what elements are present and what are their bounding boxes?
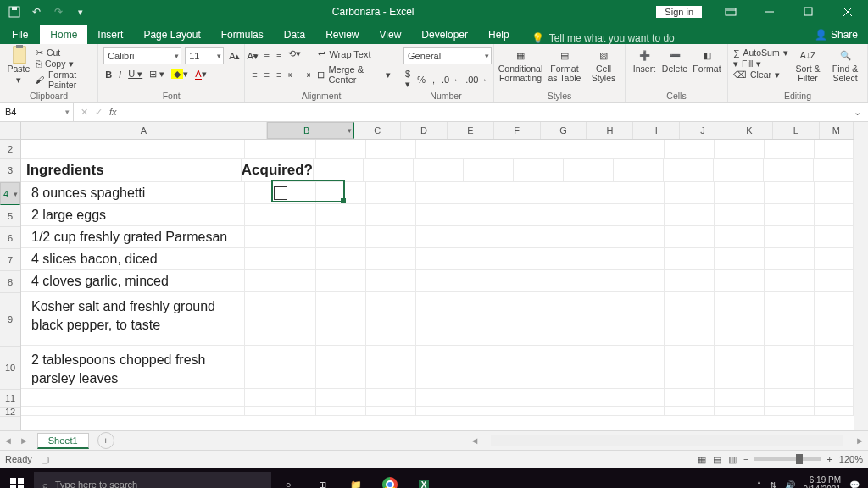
- cell-L5[interactable]: [765, 204, 815, 225]
- chrome-icon[interactable]: [373, 468, 407, 488]
- number-format-select[interactable]: General: [403, 47, 492, 64]
- qat-dropdown-icon[interactable]: ▾: [71, 3, 90, 21]
- column-header-J[interactable]: J: [680, 122, 726, 139]
- cell-G4[interactable]: [515, 182, 565, 203]
- cell-D6[interactable]: [366, 226, 416, 247]
- cell-A11[interactable]: [21, 389, 245, 406]
- cell-K6[interactable]: [715, 226, 765, 247]
- cell-H7[interactable]: [565, 248, 615, 269]
- tab-file[interactable]: File: [0, 25, 40, 44]
- cell-D8[interactable]: [366, 270, 416, 291]
- align-middle-button[interactable]: ≡: [263, 48, 271, 60]
- cell-M11[interactable]: [815, 389, 854, 406]
- cell-L2[interactable]: [765, 140, 815, 158]
- cell-C12[interactable]: [316, 407, 366, 415]
- page-break-view-icon[interactable]: ▥: [728, 454, 737, 465]
- decrease-decimal-button[interactable]: .00→: [464, 74, 489, 86]
- task-view-icon[interactable]: ⊞: [305, 468, 339, 488]
- page-layout-view-icon[interactable]: ▤: [713, 454, 721, 465]
- cell-E3[interactable]: [414, 159, 464, 181]
- cell-M5[interactable]: [815, 204, 854, 225]
- fill-color-button[interactable]: ◆▾: [170, 68, 190, 80]
- cell-F6[interactable]: [465, 226, 515, 247]
- cell-H8[interactable]: [565, 270, 615, 291]
- cell-F7[interactable]: [465, 248, 515, 269]
- conditional-formatting-button[interactable]: ▦Conditional Formatting: [499, 47, 542, 83]
- cell-C5[interactable]: [316, 204, 366, 225]
- cell-K9[interactable]: [715, 292, 765, 345]
- tab-insert[interactable]: Insert: [87, 25, 133, 44]
- cell-J6[interactable]: [665, 226, 715, 247]
- maximize-icon[interactable]: [790, 0, 827, 24]
- font-color-button[interactable]: A▾: [193, 68, 208, 80]
- format-painter-button[interactable]: 🖌Format Painter: [36, 69, 92, 90]
- decrease-indent-button[interactable]: ⇤: [287, 69, 298, 81]
- zoom-slider[interactable]: − +: [743, 454, 832, 464]
- cell-A5[interactable]: 2 large eggs: [21, 204, 245, 225]
- redo-icon[interactable]: ↷: [49, 3, 68, 21]
- column-header-C[interactable]: C: [354, 122, 401, 139]
- accounting-button[interactable]: $ ▾: [403, 68, 412, 91]
- sheet-tab[interactable]: Sheet1: [37, 433, 89, 449]
- cell-H2[interactable]: [565, 140, 615, 158]
- format-as-table-button[interactable]: ▤Format as Table: [545, 47, 584, 83]
- cell-M2[interactable]: [815, 140, 854, 158]
- font-name-select[interactable]: Calibri: [103, 47, 181, 64]
- undo-icon[interactable]: ↶: [27, 3, 46, 21]
- vertical-scrollbar[interactable]: [854, 122, 868, 430]
- cell-G7[interactable]: [515, 248, 565, 269]
- paste-button[interactable]: Paste ▾: [5, 47, 32, 85]
- row-header-10[interactable]: 10: [0, 347, 20, 390]
- hscroll-left[interactable]: ◄: [466, 435, 482, 446]
- cell-M10[interactable]: [815, 346, 854, 388]
- cell-J2[interactable]: [665, 140, 715, 158]
- cell-A7[interactable]: 4 slices bacon, diced: [21, 248, 245, 269]
- fx-icon[interactable]: fx: [109, 107, 117, 117]
- align-left-button[interactable]: ≡: [250, 69, 259, 80]
- cell-B2[interactable]: [245, 140, 316, 158]
- column-header-M[interactable]: M: [820, 122, 854, 139]
- cell-E5[interactable]: [416, 204, 466, 225]
- cell-K4[interactable]: [715, 182, 765, 203]
- minimize-icon[interactable]: [751, 0, 788, 24]
- excel-taskbar-icon[interactable]: X: [407, 468, 441, 488]
- cell-F2[interactable]: [465, 140, 515, 158]
- cell-G5[interactable]: [515, 204, 565, 225]
- cell-I5[interactable]: [615, 204, 665, 225]
- cell-K12[interactable]: [715, 407, 765, 415]
- cell-E7[interactable]: [416, 248, 466, 269]
- macro-record-icon[interactable]: ▢: [41, 454, 49, 465]
- column-header-H[interactable]: H: [587, 122, 633, 139]
- ribbon-options-icon[interactable]: [712, 0, 749, 24]
- row-header-2[interactable]: 2: [0, 140, 20, 159]
- sign-in-button[interactable]: Sign in: [656, 6, 702, 18]
- cell-E10[interactable]: [416, 346, 466, 388]
- enter-formula-icon[interactable]: ✓: [95, 107, 103, 118]
- cell-G9[interactable]: [515, 292, 565, 345]
- cell-M9[interactable]: [815, 292, 854, 345]
- cell-styles-button[interactable]: ▧Cell Styles: [587, 47, 620, 83]
- cell-J8[interactable]: [665, 270, 715, 291]
- row-header-9[interactable]: 9: [0, 293, 20, 347]
- cell-H11[interactable]: [565, 389, 615, 406]
- cell-L4[interactable]: [765, 182, 815, 203]
- cell-F9[interactable]: [465, 292, 515, 345]
- find-select-button[interactable]: 🔍Find & Select: [828, 47, 862, 83]
- tray-chevron-icon[interactable]: ˄: [757, 480, 761, 489]
- wrap-text-button[interactable]: ↩Wrap Text: [316, 47, 372, 60]
- tab-page-layout[interactable]: Page Layout: [133, 25, 210, 44]
- cell-L10[interactable]: [765, 346, 815, 388]
- cell-L7[interactable]: [765, 248, 815, 269]
- row-header-7[interactable]: 7: [0, 249, 20, 271]
- align-bottom-button[interactable]: ≡: [275, 48, 283, 60]
- cell-A2[interactable]: [21, 140, 245, 158]
- cell-I9[interactable]: [615, 292, 665, 345]
- cell-J9[interactable]: [665, 292, 715, 345]
- cell-L6[interactable]: [765, 226, 815, 247]
- expand-formula-bar-icon[interactable]: ⌄: [854, 107, 868, 118]
- cell-A3[interactable]: Ingredients: [21, 159, 242, 181]
- cell-M6[interactable]: [815, 226, 854, 247]
- cell-D5[interactable]: [366, 204, 416, 225]
- system-tray[interactable]: ˄ ⇅ 🔊 6:19 PM 9/14/2021 💬: [757, 475, 869, 488]
- orientation-button[interactable]: ⟲▾: [287, 47, 303, 60]
